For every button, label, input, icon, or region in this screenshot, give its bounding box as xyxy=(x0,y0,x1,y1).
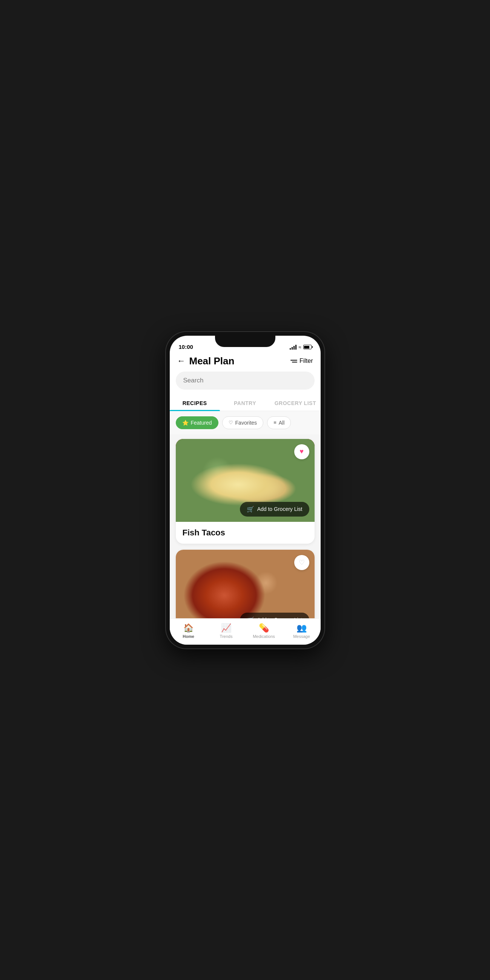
header: ← Meal Plan Filter xyxy=(170,352,321,372)
back-button[interactable]: ← xyxy=(177,356,185,366)
recipes-list: ♥ 🛒 Add to Grocery List Fish Tacos ♡ xyxy=(170,434,321,618)
favorite-button-pasta[interactable]: ♡ xyxy=(294,555,309,570)
status-time: 10:00 xyxy=(179,344,193,350)
add-to-grocery-button-fish-tacos[interactable]: 🛒 Add to Grocery List xyxy=(240,502,309,517)
trends-icon: 📈 xyxy=(221,623,231,633)
nav-message[interactable]: 👥 Message xyxy=(283,622,321,640)
nav-home-label: Home xyxy=(183,634,194,639)
tab-pantry[interactable]: PANTRY xyxy=(220,396,270,411)
recipe-card-fish-tacos[interactable]: ♥ 🛒 Add to Grocery List Fish Tacos xyxy=(176,439,314,544)
search-input[interactable] xyxy=(176,372,314,390)
wifi-icon: ≈ xyxy=(298,344,301,350)
heart-empty-icon: ♡ xyxy=(299,558,305,567)
recipe-image-fish-tacos: ♥ 🛒 Add to Grocery List xyxy=(176,439,314,522)
pill-favorites[interactable]: ♡ Favorites xyxy=(222,416,264,429)
add-to-grocery-button-pasta[interactable]: 🛒 Add to Grocery List xyxy=(240,612,309,618)
list-icon: ≡ xyxy=(273,420,276,425)
recipe-image-pasta: ♡ 🛒 Add to Grocery List xyxy=(176,550,314,618)
nav-medications-label: Medications xyxy=(253,634,275,639)
pill-featured[interactable]: ⭐ Featured xyxy=(176,416,219,429)
tabs: RECIPES PANTRY GROCERY LIST xyxy=(170,396,321,411)
heart-outline-icon: ♡ xyxy=(228,420,233,425)
filter-button[interactable]: Filter xyxy=(290,358,313,364)
recipe-title-fish-tacos: Fish Tacos xyxy=(176,522,314,544)
message-icon: 👥 xyxy=(297,623,306,633)
favorite-button-fish-tacos[interactable]: ♥ xyxy=(294,444,309,459)
status-icons: ≈ xyxy=(290,344,311,350)
nav-trends-label: Trends xyxy=(220,634,233,639)
page-title: Meal Plan xyxy=(189,355,235,367)
tab-recipes[interactable]: RECIPES xyxy=(170,396,220,411)
nav-trends[interactable]: 📈 Trends xyxy=(207,622,245,640)
cart-icon-2: 🛒 xyxy=(247,616,254,618)
star-icon: ⭐ xyxy=(182,420,188,426)
nav-home[interactable]: 🏠 Home xyxy=(170,622,207,640)
filter-icon xyxy=(290,360,297,363)
battery-icon xyxy=(303,345,311,349)
filter-pills: ⭐ Featured ♡ Favorites ≡ All xyxy=(170,411,321,434)
nav-message-label: Message xyxy=(293,634,310,639)
cart-icon: 🛒 xyxy=(247,506,254,513)
tab-grocery-list[interactable]: GROCERY LIST xyxy=(270,396,320,411)
recipe-card-pasta[interactable]: ♡ 🛒 Add to Grocery List xyxy=(176,550,314,618)
search-container xyxy=(170,372,321,396)
pill-all[interactable]: ≡ All xyxy=(267,416,291,429)
home-icon: 🏠 xyxy=(184,623,193,633)
bottom-nav: 🏠 Home 📈 Trends 💊 Medications 👥 Message xyxy=(170,618,321,645)
nav-medications[interactable]: 💊 Medications xyxy=(245,622,283,640)
heart-filled-icon: ♥ xyxy=(300,448,304,455)
signal-bars-icon xyxy=(290,344,297,350)
medications-icon: 💊 xyxy=(259,623,269,633)
